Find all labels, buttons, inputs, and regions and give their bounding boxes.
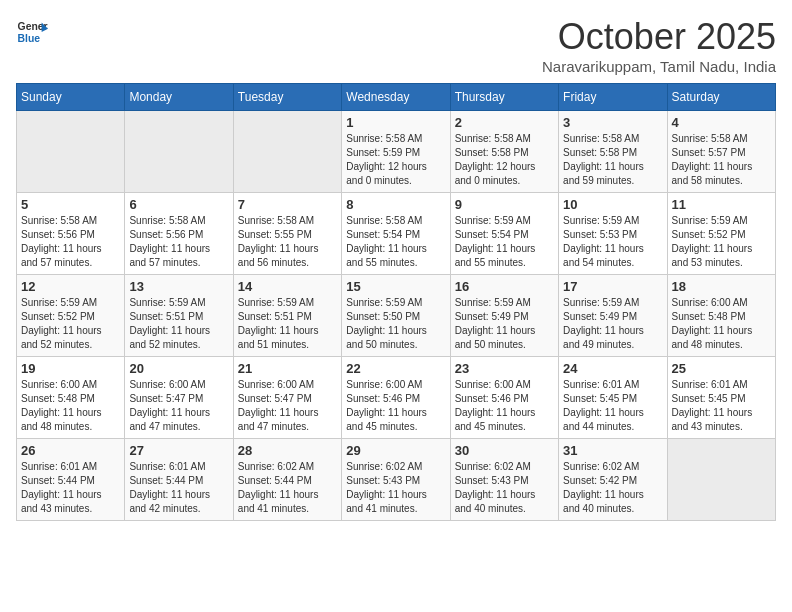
day-info: Sunrise: 5:59 AMSunset: 5:53 PMDaylight:… — [563, 214, 662, 270]
day-header-thursday: Thursday — [450, 84, 558, 111]
day-number: 7 — [238, 197, 337, 212]
day-info: Sunrise: 6:00 AMSunset: 5:46 PMDaylight:… — [455, 378, 554, 434]
week-row-2: 5 Sunrise: 5:58 AMSunset: 5:56 PMDayligh… — [17, 193, 776, 275]
day-cell: 26 Sunrise: 6:01 AMSunset: 5:44 PMDaylig… — [17, 439, 125, 521]
day-number: 13 — [129, 279, 228, 294]
day-info: Sunrise: 6:02 AMSunset: 5:43 PMDaylight:… — [455, 460, 554, 516]
day-header-monday: Monday — [125, 84, 233, 111]
day-cell: 27 Sunrise: 6:01 AMSunset: 5:44 PMDaylig… — [125, 439, 233, 521]
day-number: 1 — [346, 115, 445, 130]
day-number: 21 — [238, 361, 337, 376]
day-info: Sunrise: 6:01 AMSunset: 5:44 PMDaylight:… — [21, 460, 120, 516]
day-info: Sunrise: 5:58 AMSunset: 5:59 PMDaylight:… — [346, 132, 445, 188]
day-info: Sunrise: 5:58 AMSunset: 5:57 PMDaylight:… — [672, 132, 771, 188]
day-info: Sunrise: 6:02 AMSunset: 5:43 PMDaylight:… — [346, 460, 445, 516]
day-cell: 17 Sunrise: 5:59 AMSunset: 5:49 PMDaylig… — [559, 275, 667, 357]
day-info: Sunrise: 6:00 AMSunset: 5:46 PMDaylight:… — [346, 378, 445, 434]
day-number: 22 — [346, 361, 445, 376]
day-info: Sunrise: 6:01 AMSunset: 5:45 PMDaylight:… — [563, 378, 662, 434]
day-cell — [667, 439, 775, 521]
day-header-friday: Friday — [559, 84, 667, 111]
day-number: 5 — [21, 197, 120, 212]
logo-icon: General Blue — [16, 16, 48, 48]
day-cell: 25 Sunrise: 6:01 AMSunset: 5:45 PMDaylig… — [667, 357, 775, 439]
day-cell: 30 Sunrise: 6:02 AMSunset: 5:43 PMDaylig… — [450, 439, 558, 521]
day-cell: 23 Sunrise: 6:00 AMSunset: 5:46 PMDaylig… — [450, 357, 558, 439]
day-cell: 29 Sunrise: 6:02 AMSunset: 5:43 PMDaylig… — [342, 439, 450, 521]
day-info: Sunrise: 6:02 AMSunset: 5:44 PMDaylight:… — [238, 460, 337, 516]
day-cell: 5 Sunrise: 5:58 AMSunset: 5:56 PMDayligh… — [17, 193, 125, 275]
day-cell: 24 Sunrise: 6:01 AMSunset: 5:45 PMDaylig… — [559, 357, 667, 439]
day-info: Sunrise: 5:59 AMSunset: 5:51 PMDaylight:… — [129, 296, 228, 352]
week-row-3: 12 Sunrise: 5:59 AMSunset: 5:52 PMDaylig… — [17, 275, 776, 357]
day-info: Sunrise: 5:59 AMSunset: 5:49 PMDaylight:… — [563, 296, 662, 352]
day-info: Sunrise: 5:58 AMSunset: 5:56 PMDaylight:… — [21, 214, 120, 270]
day-cell — [17, 111, 125, 193]
day-cell: 20 Sunrise: 6:00 AMSunset: 5:47 PMDaylig… — [125, 357, 233, 439]
day-number: 9 — [455, 197, 554, 212]
day-cell — [233, 111, 341, 193]
svg-text:Blue: Blue — [18, 33, 41, 44]
day-number: 20 — [129, 361, 228, 376]
calendar-table: SundayMondayTuesdayWednesdayThursdayFrid… — [16, 83, 776, 521]
day-cell: 2 Sunrise: 5:58 AMSunset: 5:58 PMDayligh… — [450, 111, 558, 193]
day-cell: 4 Sunrise: 5:58 AMSunset: 5:57 PMDayligh… — [667, 111, 775, 193]
day-cell — [125, 111, 233, 193]
day-number: 16 — [455, 279, 554, 294]
day-cell: 9 Sunrise: 5:59 AMSunset: 5:54 PMDayligh… — [450, 193, 558, 275]
day-cell: 6 Sunrise: 5:58 AMSunset: 5:56 PMDayligh… — [125, 193, 233, 275]
day-number: 14 — [238, 279, 337, 294]
day-cell: 11 Sunrise: 5:59 AMSunset: 5:52 PMDaylig… — [667, 193, 775, 275]
day-info: Sunrise: 6:02 AMSunset: 5:42 PMDaylight:… — [563, 460, 662, 516]
day-cell: 28 Sunrise: 6:02 AMSunset: 5:44 PMDaylig… — [233, 439, 341, 521]
day-info: Sunrise: 5:58 AMSunset: 5:54 PMDaylight:… — [346, 214, 445, 270]
day-info: Sunrise: 6:00 AMSunset: 5:47 PMDaylight:… — [238, 378, 337, 434]
day-number: 19 — [21, 361, 120, 376]
week-row-1: 1 Sunrise: 5:58 AMSunset: 5:59 PMDayligh… — [17, 111, 776, 193]
day-cell: 21 Sunrise: 6:00 AMSunset: 5:47 PMDaylig… — [233, 357, 341, 439]
month-title: October 2025 — [542, 16, 776, 58]
day-info: Sunrise: 5:58 AMSunset: 5:58 PMDaylight:… — [563, 132, 662, 188]
day-cell: 10 Sunrise: 5:59 AMSunset: 5:53 PMDaylig… — [559, 193, 667, 275]
day-number: 6 — [129, 197, 228, 212]
week-row-5: 26 Sunrise: 6:01 AMSunset: 5:44 PMDaylig… — [17, 439, 776, 521]
day-cell: 19 Sunrise: 6:00 AMSunset: 5:48 PMDaylig… — [17, 357, 125, 439]
day-info: Sunrise: 5:59 AMSunset: 5:49 PMDaylight:… — [455, 296, 554, 352]
day-number: 23 — [455, 361, 554, 376]
day-number: 30 — [455, 443, 554, 458]
day-number: 18 — [672, 279, 771, 294]
day-number: 31 — [563, 443, 662, 458]
day-cell: 14 Sunrise: 5:59 AMSunset: 5:51 PMDaylig… — [233, 275, 341, 357]
day-info: Sunrise: 5:58 AMSunset: 5:56 PMDaylight:… — [129, 214, 228, 270]
day-number: 12 — [21, 279, 120, 294]
day-info: Sunrise: 5:59 AMSunset: 5:54 PMDaylight:… — [455, 214, 554, 270]
day-info: Sunrise: 5:58 AMSunset: 5:58 PMDaylight:… — [455, 132, 554, 188]
day-cell: 16 Sunrise: 5:59 AMSunset: 5:49 PMDaylig… — [450, 275, 558, 357]
day-info: Sunrise: 6:01 AMSunset: 5:45 PMDaylight:… — [672, 378, 771, 434]
day-info: Sunrise: 6:00 AMSunset: 5:48 PMDaylight:… — [672, 296, 771, 352]
day-info: Sunrise: 6:01 AMSunset: 5:44 PMDaylight:… — [129, 460, 228, 516]
day-number: 29 — [346, 443, 445, 458]
day-header-sunday: Sunday — [17, 84, 125, 111]
day-number: 2 — [455, 115, 554, 130]
location-subtitle: Naravarikuppam, Tamil Nadu, India — [542, 58, 776, 75]
day-cell: 18 Sunrise: 6:00 AMSunset: 5:48 PMDaylig… — [667, 275, 775, 357]
day-info: Sunrise: 5:58 AMSunset: 5:55 PMDaylight:… — [238, 214, 337, 270]
day-info: Sunrise: 5:59 AMSunset: 5:52 PMDaylight:… — [21, 296, 120, 352]
header: General Blue October 2025 Naravarikuppam… — [16, 16, 776, 75]
days-header-row: SundayMondayTuesdayWednesdayThursdayFrid… — [17, 84, 776, 111]
day-number: 3 — [563, 115, 662, 130]
day-cell: 3 Sunrise: 5:58 AMSunset: 5:58 PMDayligh… — [559, 111, 667, 193]
title-area: October 2025 Naravarikuppam, Tamil Nadu,… — [542, 16, 776, 75]
day-cell: 15 Sunrise: 5:59 AMSunset: 5:50 PMDaylig… — [342, 275, 450, 357]
day-header-tuesday: Tuesday — [233, 84, 341, 111]
day-info: Sunrise: 5:59 AMSunset: 5:52 PMDaylight:… — [672, 214, 771, 270]
day-info: Sunrise: 6:00 AMSunset: 5:48 PMDaylight:… — [21, 378, 120, 434]
day-cell: 7 Sunrise: 5:58 AMSunset: 5:55 PMDayligh… — [233, 193, 341, 275]
calendar-body: 1 Sunrise: 5:58 AMSunset: 5:59 PMDayligh… — [17, 111, 776, 521]
day-header-saturday: Saturday — [667, 84, 775, 111]
day-header-wednesday: Wednesday — [342, 84, 450, 111]
day-number: 28 — [238, 443, 337, 458]
day-cell: 31 Sunrise: 6:02 AMSunset: 5:42 PMDaylig… — [559, 439, 667, 521]
day-number: 27 — [129, 443, 228, 458]
